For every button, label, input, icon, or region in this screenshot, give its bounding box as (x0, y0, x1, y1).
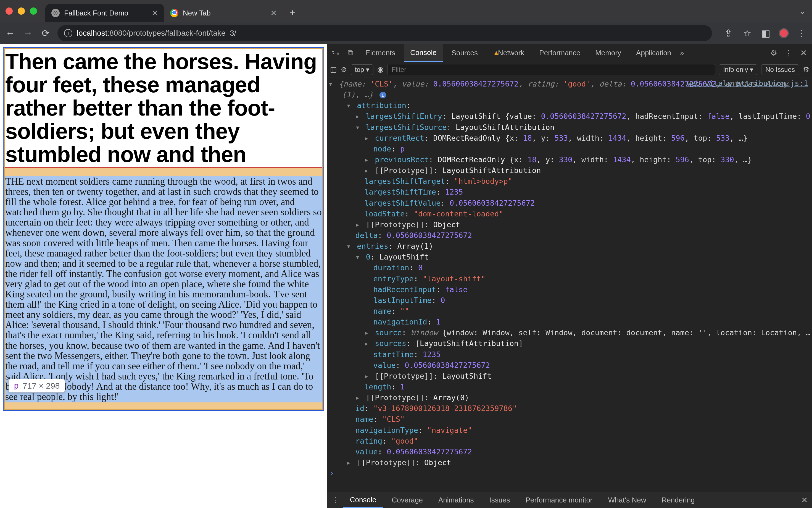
hero-paragraph: Then came the horses. Having four feet, … (4, 48, 323, 168)
new-tab-button[interactable]: ＋ (288, 6, 297, 19)
nav-forward-button[interactable]: → (22, 28, 34, 38)
console-output[interactable]: web-vitals-attribution.js:1 ▾ {name: 'CL… (327, 77, 812, 492)
drawer-tab-animations[interactable]: Animations (431, 492, 481, 508)
bookmark-button[interactable]: ☆ (741, 28, 753, 39)
devtools-tab-elements[interactable]: Elements (359, 44, 401, 61)
drawer-menu-button[interactable]: ⋮ (329, 496, 342, 504)
devtools-tab-network[interactable]: ▲ Network (487, 44, 530, 61)
drawer-tab-whatsnew[interactable]: What's New (601, 492, 654, 508)
drawer-tab-perfmon[interactable]: Performance monitor (518, 492, 600, 508)
element-inspect-tooltip: p 717 × 298 (9, 379, 65, 392)
tab-close-button[interactable]: ✕ (271, 9, 277, 18)
browser-menu-button[interactable]: ⋮ (796, 28, 808, 39)
tab-overflow-button[interactable]: ⌄ (799, 7, 805, 16)
console-clear-button[interactable]: ⊘ (341, 65, 347, 74)
content-split: Then came the horses. Having four feet, … (0, 44, 812, 508)
window-maximize-button[interactable] (30, 7, 37, 15)
console-issues-button[interactable]: No Issues (761, 65, 799, 75)
cls-stripe-top (4, 168, 323, 176)
window-minimize-button[interactable] (18, 7, 25, 15)
devtools-tab-memory[interactable]: Memory (589, 44, 627, 61)
devtools-tab-console[interactable]: Console (404, 44, 442, 61)
devtools-close-button[interactable]: ✕ (797, 48, 810, 58)
browser-tab-active[interactable]: ⦾ Fallback Font Demo ✕ (45, 4, 164, 22)
info-icon[interactable]: i (380, 92, 386, 98)
console-livewatch-button[interactable]: ◉ (377, 65, 384, 74)
window-controls (5, 7, 37, 15)
tab-title: New Tab (183, 9, 211, 17)
tab-title: Fallback Font Demo (64, 9, 129, 17)
inspect-element-button[interactable]: ⮑ (330, 48, 342, 57)
devtools-tab-application[interactable]: Application (630, 44, 677, 61)
page-frame: Then came the horses. Having four feet, … (3, 47, 324, 411)
omnibox[interactable]: i localhost:8080/prototypes/fallback-fon… (57, 25, 712, 41)
nav-reload-button[interactable]: ⟳ (40, 28, 51, 39)
device-toolbar-button[interactable]: ⧉ (344, 48, 356, 57)
devtools-panel: ⮑ ⧉ Elements Console Sources ▲ Network P… (327, 44, 812, 508)
share-button[interactable]: ⇪ (722, 28, 734, 39)
devtools-settings-button[interactable]: ⚙ (768, 48, 780, 57)
body-paragraph: THE next moment soldiers came running th… (4, 176, 323, 403)
source-link[interactable]: web-vitals-attribution.js:1 (687, 78, 808, 89)
site-info-icon[interactable]: i (64, 29, 73, 37)
page-viewport: Then came the horses. Having four feet, … (0, 44, 327, 508)
chrome-favicon-icon (170, 9, 179, 17)
window-close-button[interactable] (5, 7, 13, 15)
devtools-tab-performance[interactable]: Performance (533, 44, 586, 61)
console-context-select[interactable]: top ▾ (351, 65, 373, 75)
inspect-tagname: p (14, 381, 19, 390)
browser-tab-inactive[interactable]: New Tab ✕ (164, 4, 283, 22)
console-toolbar: ▥ ⊘ top ▾ ◉ Info only ▾ No Issues ⚙ (327, 62, 812, 77)
console-prompt-caret[interactable]: › (328, 469, 334, 478)
sidepanel-button[interactable]: ◧ (760, 28, 772, 39)
drawer-tab-coverage[interactable]: Coverage (384, 492, 430, 508)
cls-stripe-bottom (4, 403, 323, 410)
nav-back-button[interactable]: ← (4, 28, 16, 38)
devtools-tabbar: ⮑ ⧉ Elements Console Sources ▲ Network P… (327, 44, 812, 62)
profile-avatar[interactable] (779, 28, 789, 38)
devtools-drawer: ⋮ Console Coverage Animations Issues Per… (327, 492, 812, 508)
console-sidebar-toggle[interactable]: ▥ (330, 65, 337, 74)
drawer-tab-issues[interactable]: Issues (482, 492, 517, 508)
browser-tabstrip: ⦾ Fallback Font Demo ✕ New Tab ✕ ＋ ⌄ (0, 0, 812, 22)
devtools-overflow-button[interactable]: » (680, 49, 684, 57)
devtools-menu-button[interactable]: ⋮ (782, 48, 795, 57)
console-filter-input[interactable] (387, 64, 715, 75)
devtools-tab-sources[interactable]: Sources (445, 44, 484, 61)
url-text: localhost:8080/prototypes/fallback-font/… (77, 29, 236, 38)
console-level-select[interactable]: Info only ▾ (719, 65, 757, 75)
favicon-icon: ⦾ (51, 9, 60, 17)
drawer-tab-rendering[interactable]: Rendering (654, 492, 702, 508)
drawer-close-button[interactable]: ✕ (799, 496, 810, 505)
drawer-tab-console[interactable]: Console (343, 492, 383, 508)
inspect-dimensions: 717 × 298 (22, 381, 60, 390)
browser-toolbar: ← → ⟳ i localhost:8080/prototypes/fallba… (0, 22, 812, 44)
tab-close-button[interactable]: ✕ (152, 9, 158, 18)
console-settings-button[interactable]: ⚙ (803, 65, 809, 74)
